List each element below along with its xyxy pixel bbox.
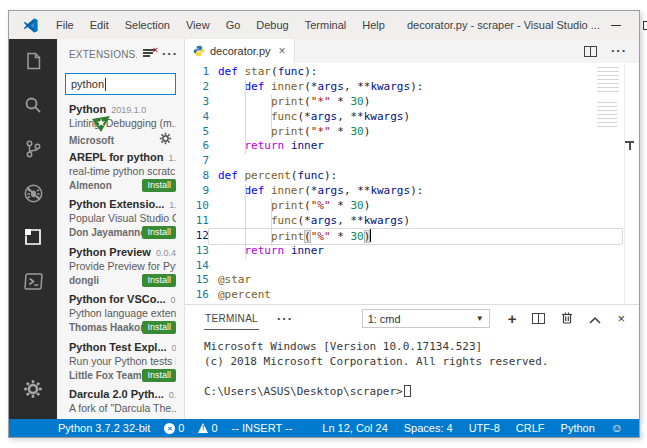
split-terminal-icon[interactable] [532,313,545,324]
menu-help[interactable]: Help [354,11,393,39]
tab-label: decorator.py [210,45,271,57]
extensions-list: Python2019.1.0Linting, Debugging (m...Mi… [57,101,184,419]
vim-mode-status[interactable]: -- INSERT -- [232,422,293,434]
code-line[interactable]: 1def star(func): [185,65,639,80]
extension-description: A fork of "Darcula The... [69,402,176,414]
extension-gear-icon[interactable] [159,131,172,149]
notifications-bell-icon[interactable] [639,422,647,435]
line-number: 12 [185,229,209,244]
menu-file[interactable]: File [48,11,82,39]
split-editor-icon[interactable] [584,46,597,57]
python-interpreter-status[interactable]: Python 3.7.2 32-bit [58,422,150,434]
manage-gear-icon[interactable] [9,367,57,411]
install-button[interactable]: Install [142,179,176,192]
code-line[interactable]: 7 [185,154,639,169]
feedback-smiley-icon[interactable]: ☺ [611,422,623,434]
extension-version: 1.0.8 [169,153,176,163]
search-icon[interactable] [9,83,57,127]
menu-edit[interactable]: Edit [82,11,117,39]
code-line[interactable]: 9 def inner(*args, **kwargs): [185,184,639,199]
code-line[interactable]: 10 print("%" * 30) [185,199,639,214]
line-number: 5 [185,125,209,140]
eol-status[interactable]: CRLF [516,422,545,434]
code-line[interactable]: 2 def inner(*args, **kwargs): [185,80,639,95]
code-line[interactable]: 5 print("*" * 30) [185,125,639,140]
title-bar: File Edit Selection View Go Debug Termin… [9,11,639,39]
encoding-status[interactable]: UTF-8 [469,422,500,434]
terminal-panel-icon[interactable] [9,259,57,303]
new-terminal-icon[interactable]: + [508,313,517,325]
debug-icon[interactable] [9,171,57,215]
code-line[interactable]: 6 return inner [185,139,639,154]
vscode-logo-icon [23,18,38,33]
caret-down-icon: ▼ [476,314,484,323]
text-cursor [370,229,371,242]
maximize-panel-icon[interactable] [589,310,601,328]
terminal-cursor [404,385,411,397]
menu-debug[interactable]: Debug [248,11,296,39]
minimap[interactable] [597,67,623,128]
line-number: 3 [185,95,209,110]
code-line[interactable]: 8def percent(func): [185,169,639,184]
extension-list-item[interactable]: Python for VSCo...0.2.3Python language e… [69,293,176,337]
install-button[interactable]: Install [142,321,176,334]
extension-description: real-time python scratc... [69,165,176,177]
install-button[interactable]: Install [142,274,176,287]
line-number: 8 [185,169,209,184]
extension-list-item[interactable]: Python Extensio...1.4.0Popular Visual St… [69,198,176,242]
line-number: 9 [185,184,209,199]
code-line[interactable]: 3 print("*" * 30) [185,95,639,110]
indentation-status[interactable]: Spaces: 4 [404,422,453,434]
warnings-status[interactable]: 0 [198,422,217,434]
problems-status[interactable]: × 0 [164,422,184,434]
maximize-button[interactable] [632,11,647,39]
tab-decorator-py[interactable]: decorator.py × [185,39,295,63]
activity-bar [9,39,57,419]
overview-ruler-cursor-marker [625,141,634,150]
code-line[interactable]: 12 print("%" * 30) [185,229,639,244]
extension-author: Microsoft [69,135,159,146]
editor-more-actions-icon[interactable]: ··· [611,46,627,56]
sidebar-more-actions-icon[interactable]: ··· [162,49,178,59]
extension-list-item[interactable]: Darcula 2.0 Pyth...0.1.4A fork of "Darcu… [69,388,176,419]
explorer-icon[interactable] [9,39,57,83]
menu-selection[interactable]: Selection [117,11,178,39]
code-line[interactable]: 13 return inner [185,244,639,259]
terminal-shell-select[interactable]: 1: cmd ▼ [362,309,490,328]
terminal-line: (c) 2018 Microsoft Corporation. All righ… [204,354,639,369]
extension-description: Provide Preview for Pyt... [69,260,176,272]
minimize-button[interactable] [600,11,632,39]
code-line[interactable]: 11 func(*args, **kwargs) [185,214,639,229]
code-line[interactable]: 16@percent [185,288,639,303]
extensions-icon[interactable] [9,215,57,259]
extension-list-item[interactable]: Python Test Expl...0.3.0Run your Python … [69,341,176,385]
extension-list-item[interactable]: Python2019.1.0Linting, Debugging (m...Mi… [69,103,176,147]
install-button[interactable]: Install [142,369,176,382]
line-number: 6 [185,139,209,154]
close-panel-icon[interactable]: × [617,311,625,326]
menu-terminal[interactable]: Terminal [297,11,355,39]
clear-extensions-filter-icon[interactable]: × [143,45,156,63]
maximize-icon [643,21,647,30]
line-number: 16 [185,288,209,303]
code-line[interactable]: 4 func(*args, **kwargs) [185,110,639,125]
tab-close-icon[interactable]: × [279,44,286,58]
cursor-position-status[interactable]: Ln 12, Col 24 [322,422,387,434]
extension-name: Python Extensio... [69,198,164,210]
extension-list-item[interactable]: Python Preview0.0.4Provide Preview for P… [69,246,176,290]
code-line[interactable]: 15@star [185,273,639,288]
warning-icon [198,423,208,433]
terminal-tab[interactable]: TERMINAL [204,307,259,330]
menu-go[interactable]: Go [218,11,249,39]
install-button[interactable]: Install [142,226,176,239]
extensions-search-input[interactable]: python [65,73,176,95]
kill-terminal-icon[interactable] [561,310,573,328]
terminal-output[interactable]: Microsoft Windows [Version 10.0.17134.52… [185,332,639,419]
code-editor[interactable]: 1def star(func):2 def inner(*args, **kwa… [185,63,639,304]
language-mode-status[interactable]: Python [561,422,595,434]
menu-view[interactable]: View [178,11,218,39]
terminal-more-actions-icon[interactable]: ··· [277,314,293,324]
code-line[interactable]: 14 [185,259,639,274]
source-control-icon[interactable] [9,127,57,171]
extension-list-item[interactable]: AREPL for python1.0.8real-time python sc… [69,151,176,195]
